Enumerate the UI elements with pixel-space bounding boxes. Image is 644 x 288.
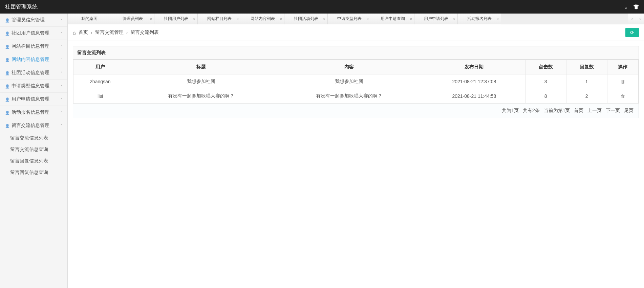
table-header: 用户: [73, 60, 127, 74]
close-icon[interactable]: ×: [367, 17, 369, 21]
sidebar: 管理员信息管理˅社团用户信息管理˅网站栏目信息管理˅网站内容信息管理˅社团活动信…: [0, 14, 68, 288]
breadcrumb-sep: ›: [91, 30, 92, 35]
user-icon: [5, 70, 10, 75]
theme-icon[interactable]: [633, 4, 639, 9]
tab-label: 申请类型列表: [337, 16, 362, 22]
tab-label: 网站栏目列表: [207, 16, 232, 22]
tab-label: 管理员列表: [123, 16, 143, 22]
table-cell: 我想参加社团: [127, 74, 275, 89]
chevron-down-icon: ˅: [61, 111, 62, 114]
user-icon: [5, 96, 10, 102]
sidebar-item-label: 社团用户信息管理: [12, 30, 49, 36]
sidebar-item[interactable]: 社团用户信息管理˅: [0, 27, 67, 40]
tab[interactable]: 网站栏目列表×: [198, 14, 241, 24]
close-icon[interactable]: ×: [193, 17, 195, 21]
table-row: lisi有没有一起参加歌唱大赛的啊？有没有一起参加歌唱大赛的啊？2021-08-…: [73, 89, 639, 104]
sidebar-item[interactable]: 网站栏目信息管理˅: [0, 40, 67, 53]
chevron-up-icon: ˄: [61, 124, 62, 128]
table-header: 操作: [607, 60, 638, 74]
tab-nav: ‹ ›: [628, 14, 644, 24]
chevron-down-icon: ˅: [61, 58, 62, 62]
user-icon: [5, 110, 10, 115]
sidebar-sub-item[interactable]: 留言交流信息查询: [0, 144, 67, 155]
sidebar-sub-item[interactable]: 留言回复信息查询: [0, 167, 67, 178]
user-icon: [5, 57, 10, 62]
sidebar-item[interactable]: 管理员信息管理˅: [0, 14, 67, 27]
tab[interactable]: 网站内容列表×: [241, 14, 284, 24]
sidebar-item[interactable]: 申请类型信息管理˅: [0, 80, 67, 93]
close-icon[interactable]: ×: [497, 17, 499, 21]
table-header: 点击数: [525, 60, 566, 74]
tab-label: 活动报名列表: [467, 16, 492, 22]
tab[interactable]: 我的桌面: [68, 14, 111, 24]
tab[interactable]: 社团活动列表×: [284, 14, 328, 24]
tab[interactable]: 活动报名列表×: [458, 14, 501, 24]
tab[interactable]: 用户申请查询×: [371, 14, 414, 24]
chevron-down-icon: ˅: [61, 71, 62, 75]
sidebar-submenu: 留言交流信息列表留言交流信息查询留言回复信息列表留言回复信息查询: [0, 132, 67, 178]
close-icon[interactable]: ×: [453, 17, 455, 21]
table-cell: 有没有一起参加歌唱大赛的啊？: [127, 89, 275, 104]
breadcrumb-home[interactable]: 首页: [79, 29, 88, 36]
sidebar-item[interactable]: 社团活动信息管理˅: [0, 66, 67, 80]
close-icon[interactable]: ×: [280, 17, 282, 21]
tab-label: 用户申请列表: [424, 16, 448, 22]
table-row: zhangsan我想参加社团我想参加社团2021-08-21 12:37:083…: [73, 74, 639, 89]
breadcrumb-page: 留言交流列表: [130, 29, 159, 36]
user-icon: [5, 17, 10, 23]
tab[interactable]: 用户申请列表×: [414, 14, 458, 24]
dropdown-icon[interactable]: [624, 4, 628, 10]
tab-scroll-right[interactable]: ›: [636, 14, 644, 24]
sidebar-item-label: 用户申请信息管理: [12, 96, 49, 102]
close-icon[interactable]: ×: [237, 17, 239, 21]
sidebar-item[interactable]: 用户申请信息管理˅: [0, 93, 67, 106]
sidebar-sub-item[interactable]: 留言交流信息列表: [0, 132, 67, 144]
close-icon[interactable]: ×: [410, 17, 412, 21]
sidebar-item[interactable]: 留言交流信息管理˄: [0, 119, 67, 132]
tab-label: 我的桌面: [81, 16, 98, 22]
sidebar-sub-item[interactable]: 留言回复信息列表: [0, 155, 67, 167]
chevron-down-icon: ˅: [61, 97, 62, 101]
table-cell-actions: [607, 74, 638, 89]
breadcrumb-group[interactable]: 留言交流管理: [95, 29, 124, 36]
delete-icon[interactable]: [621, 79, 625, 84]
pagination-current: 当前为第1页: [544, 108, 570, 113]
pagination-prev[interactable]: 上一页: [587, 108, 602, 113]
table-cell: 有没有一起参加歌唱大赛的啊？: [275, 89, 423, 104]
table-cell: 我想参加社团: [275, 74, 423, 89]
app-title: 社团管理系统: [5, 3, 38, 10]
pagination-first[interactable]: 首页: [574, 108, 583, 113]
tab[interactable]: 社团用户列表×: [154, 14, 198, 24]
close-icon[interactable]: ×: [323, 17, 325, 21]
close-icon[interactable]: ×: [150, 17, 152, 21]
sidebar-item[interactable]: 活动报名信息管理˅: [0, 106, 67, 119]
sidebar-item-label: 管理员信息管理: [12, 17, 45, 23]
sidebar-item[interactable]: 网站内容信息管理˅: [0, 53, 67, 66]
chevron-down-icon: ˅: [61, 45, 62, 48]
pagination-last[interactable]: 尾页: [624, 108, 634, 113]
chevron-down-icon: ˅: [61, 84, 62, 88]
refresh-button[interactable]: [625, 28, 639, 37]
tab[interactable]: 管理员列表×: [111, 14, 154, 24]
table-cell: lisi: [73, 89, 127, 104]
tab-scroll-left[interactable]: ‹: [628, 14, 636, 24]
pagination-next[interactable]: 下一页: [606, 108, 620, 113]
pagination-total-rows: 共有2条: [523, 108, 540, 113]
table-cell: zhangsan: [73, 74, 127, 89]
header-actions: [624, 4, 639, 10]
tab-label: 用户申请查询: [381, 16, 405, 22]
table-cell: 1: [566, 74, 607, 89]
delete-icon[interactable]: [621, 93, 625, 99]
home-icon[interactable]: [73, 30, 76, 36]
chevron-down-icon: ˅: [61, 18, 62, 22]
table-header: 回复数: [566, 60, 607, 74]
tab[interactable]: 申请类型列表×: [328, 14, 371, 24]
breadcrumb-sep: ›: [126, 30, 128, 35]
user-icon: [5, 44, 10, 49]
refresh-icon: [630, 30, 634, 35]
table-cell: 8: [525, 89, 566, 104]
sidebar-collapse-handle[interactable]: ◀: [67, 135, 68, 146]
breadcrumb-bar: 首页 › 留言交流管理 › 留言交流列表: [68, 24, 644, 41]
sidebar-item-label: 网站内容信息管理: [12, 57, 49, 63]
table-cell-actions: [607, 89, 638, 104]
